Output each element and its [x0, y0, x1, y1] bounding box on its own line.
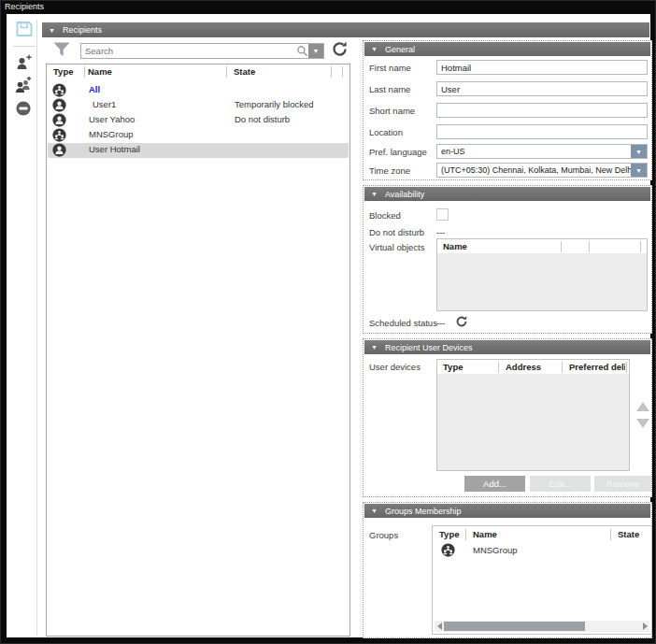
- collapse-icon: ▼: [371, 344, 378, 351]
- user-devices-table[interactable]: Type Address Preferred delivery se: [436, 359, 630, 471]
- collapse-icon: ▼: [371, 508, 378, 514]
- groups-membership-section-title: Groups Membership: [385, 507, 462, 516]
- refresh-icon: [455, 315, 468, 331]
- horizontal-scrollbar: [435, 621, 649, 632]
- move-down-button[interactable]: [636, 419, 649, 428]
- search-input[interactable]: [81, 46, 296, 56]
- collapse-icon: ▼: [371, 46, 378, 52]
- search-box: ▼: [80, 43, 324, 59]
- chevron-down-icon[interactable]: ▼: [631, 145, 647, 158]
- refresh-icon: [331, 40, 349, 62]
- scroll-left-button[interactable]: [435, 621, 444, 632]
- short-name-label: Short name: [369, 106, 415, 116]
- pref-language-dropdown[interactable]: en-US ▼: [436, 144, 648, 159]
- block-button[interactable]: [15, 102, 32, 119]
- column-header-name[interactable]: Name: [88, 66, 112, 77]
- scroll-right-icon: [643, 623, 648, 630]
- general-section: ▼ General First name Last name Short nam…: [363, 40, 652, 180]
- last-name-field[interactable]: [436, 81, 648, 96]
- toolbar-divider: [13, 46, 36, 47]
- column-header-name: Name: [443, 241, 467, 251]
- virtual-objects-label: Virtual objects: [369, 242, 425, 252]
- column-header-type: Type: [443, 362, 463, 372]
- list-item-user-yahoo[interactable]: User Yahoo Do not disturb: [48, 113, 349, 128]
- column-header-state[interactable]: State: [234, 66, 255, 77]
- scrollbar-thumb[interactable]: [444, 622, 585, 631]
- collapse-icon: ▼: [371, 191, 378, 197]
- content-area: ▼ Recipients ▼: [7, 14, 650, 637]
- group-row-name: MNSGroup: [473, 545, 518, 555]
- groups-membership-section-header[interactable]: ▼ Groups Membership: [364, 504, 650, 518]
- list-item-name: User Yahoo: [89, 114, 135, 124]
- filter-button[interactable]: [51, 42, 72, 60]
- time-zone-dropdown[interactable]: (UTC+05:30) Chennai, Kolkata, Mumbai, Ne…: [436, 163, 648, 178]
- blocked-label: Blocked: [369, 210, 401, 221]
- column-header-type[interactable]: Type: [53, 66, 73, 77]
- refresh-status-button[interactable]: [455, 315, 468, 332]
- group-row-mnsgroup[interactable]: MNSGroup: [433, 542, 651, 559]
- window-title: Recipients: [5, 1, 44, 13]
- virtual-objects-table[interactable]: Name: [436, 238, 648, 311]
- blocked-checkbox[interactable]: [436, 208, 449, 221]
- scroll-right-button[interactable]: [640, 621, 649, 632]
- user-icon: [52, 143, 66, 159]
- refresh-list-button[interactable]: [330, 41, 349, 60]
- column-header-name: Name: [473, 529, 497, 539]
- filter-icon: [52, 41, 71, 62]
- move-up-button[interactable]: [636, 402, 649, 411]
- add-group-button[interactable]: [13, 78, 34, 95]
- general-section-title: General: [385, 45, 415, 54]
- general-section-header[interactable]: ▼ General: [364, 42, 650, 56]
- location-label: Location: [369, 127, 403, 137]
- recipients-list: Type Name State All User1 T: [46, 64, 350, 637]
- recipients-list-header: Type Name State: [47, 64, 349, 80]
- add-user-icon: [15, 54, 32, 75]
- scrollbar-track[interactable]: [444, 622, 640, 631]
- remove-device-button[interactable]: Remove: [594, 476, 651, 492]
- groups-table[interactable]: Type Name State MNSGroup: [432, 525, 652, 635]
- list-item-state: Do not disturb: [235, 114, 290, 124]
- list-item-all[interactable]: All: [48, 83, 349, 98]
- app-window: Recipients: [0, 0, 656, 644]
- recipients-panel-header[interactable]: ▼ Recipients: [42, 22, 649, 37]
- location-field[interactable]: [436, 124, 648, 139]
- user-devices-section-title: Recipient User Devices: [385, 343, 473, 352]
- list-item-name: All: [89, 84, 100, 94]
- recipients-panel-title: Recipients: [63, 25, 102, 35]
- user-devices-label: User devices: [369, 362, 421, 372]
- availability-section-title: Availability: [385, 190, 424, 199]
- column-header-state: State: [618, 529, 639, 539]
- save-button[interactable]: [14, 21, 35, 40]
- availability-section-header[interactable]: ▼ Availability: [364, 187, 650, 201]
- list-item-user-hotmail[interactable]: User Hotmail: [48, 143, 349, 158]
- column-header-preferred-delivery: Preferred delivery se: [569, 362, 625, 372]
- add-group-icon: [14, 77, 33, 97]
- last-name-label: Last name: [369, 84, 410, 94]
- groups-label: Groups: [369, 530, 398, 540]
- user-devices-section-header[interactable]: ▼ Recipient User Devices: [364, 340, 650, 354]
- chevron-down-icon: ▼: [313, 48, 320, 54]
- do-not-disturb-label: Do not disturb: [369, 227, 424, 237]
- first-name-field[interactable]: [436, 60, 648, 75]
- chevron-down-icon[interactable]: ▼: [631, 164, 647, 177]
- time-zone-label: Time zone: [369, 165, 410, 176]
- group-icon: [52, 128, 66, 144]
- column-header-type: Type: [439, 529, 459, 539]
- list-item-mnsgroup[interactable]: MNSGroup: [48, 128, 349, 143]
- user-icon: [52, 98, 66, 114]
- first-name-label: First name: [369, 63, 411, 73]
- add-device-button[interactable]: Add...: [464, 476, 525, 492]
- list-item-state: Temporarily blocked: [235, 99, 313, 109]
- edit-device-button[interactable]: Edit...: [530, 476, 591, 492]
- scheduled-status-value: ---: [436, 318, 446, 328]
- search-options-dropdown[interactable]: ▼: [308, 44, 323, 58]
- groups-membership-section: ▼ Groups Membership Groups Type Name Sta…: [363, 502, 652, 638]
- list-item-name: MNSGroup: [89, 129, 134, 139]
- do-not-disturb-value: ---: [436, 227, 446, 237]
- short-name-field[interactable]: [436, 103, 648, 118]
- add-user-button[interactable]: [14, 55, 33, 73]
- list-item-user1[interactable]: User1 Temporarily blocked: [48, 98, 349, 113]
- pref-language-label: Pref. language: [369, 147, 427, 157]
- list-item-name: User Hotmail: [89, 144, 140, 154]
- pref-language-value: en-US: [437, 147, 631, 156]
